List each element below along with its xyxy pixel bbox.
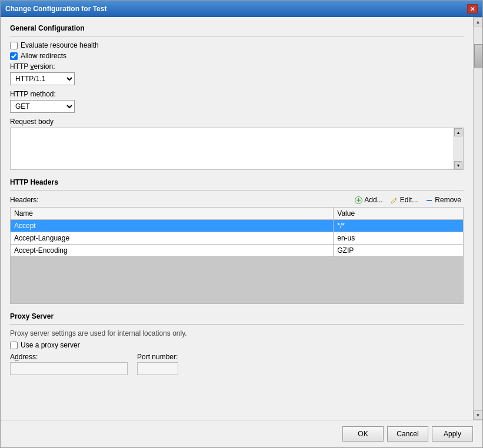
port-field-group: Port number: [137,353,178,375]
port-label: Port number: [137,353,178,361]
address-input[interactable] [10,362,128,375]
add-header-button[interactable]: Add... [352,195,385,205]
proxy-server-title: Proxy Server [10,312,464,320]
close-button[interactable]: ✕ [467,4,478,14]
http-headers-section: HTTP Headers Headers: [10,178,464,304]
section-divider-3 [10,324,464,325]
use-proxy-row: Use a proxy server [10,341,464,349]
allow-redirects-label[interactable]: Allow redirects [21,52,66,60]
http-method-select[interactable]: GET POST PUT DELETE HEAD OPTIONS [10,100,75,113]
evaluate-health-row: Evaluate resource health [10,41,464,49]
use-proxy-label[interactable]: Use a proxy server [21,341,80,349]
proxy-server-section: Proxy Server Proxy server settings are u… [10,312,464,375]
bottom-bar: OK Cancel Apply [1,420,482,447]
add-icon [354,196,362,204]
apply-button[interactable]: Apply [432,426,473,442]
address-field-group: Address: [10,353,128,375]
col-value-header: Value [334,208,464,220]
header-value-cell: en-us [334,232,464,245]
title-bar: Change Configuration for Test ✕ [1,1,482,17]
right-scrollbar: ▲ ▼ [473,17,482,420]
header-name-cell: Accept-Encoding [11,245,334,257]
header-name-cell: Accept-Language [11,232,334,245]
ok-button[interactable]: OK [342,426,384,442]
http-version-row: HTTP version: HTTP/1.1 HTTP/1.0 HTTP/2 [10,62,464,85]
evaluate-health-label[interactable]: Evaluate resource health [21,41,99,49]
edit-header-label: Edit... [400,196,418,204]
table-row[interactable]: Accept */* [11,220,464,232]
http-method-row: HTTP method: GET POST PUT DELETE HEAD OP… [10,90,464,113]
remove-header-button[interactable]: Remove [422,195,464,205]
dialog-title: Change Configuration for Test [5,5,106,13]
request-body-scrollbar: ▲ ▼ [454,128,463,169]
cancel-button[interactable]: Cancel [387,426,428,442]
section-divider-1 [10,36,464,36]
general-config-title: General Configuration [10,24,464,32]
scroll-up-btn[interactable]: ▲ [454,128,462,136]
request-body-label: Request body [10,118,464,126]
remove-icon [425,196,433,204]
header-name-cell: Accept [11,220,334,232]
table-row[interactable]: Accept-Encoding GZIP [11,245,464,257]
request-body-container: ▲ ▼ [10,128,464,170]
section-divider-2 [10,190,464,190]
svg-rect-4 [427,200,432,201]
allow-redirects-row: Allow redirects [10,52,464,60]
scrollbar-up-button[interactable]: ▲ [474,17,483,26]
http-method-label: HTTP method: [10,90,464,98]
scroll-down-btn[interactable]: ▼ [454,161,462,169]
scrollbar-track[interactable] [474,26,482,410]
proxy-address-row: Address: Port number: [10,353,464,375]
allow-redirects-checkbox[interactable] [10,52,18,60]
address-label: Address: [10,353,128,361]
main-scroll-area: General Configuration Evaluate resource … [1,17,473,420]
edit-icon [390,196,398,204]
http-version-label: HTTP version: [10,62,464,71]
empty-row-cell [11,257,464,304]
headers-table-header-row: Name Value [11,208,464,220]
request-body-row: Request body ▲ ▼ [10,118,464,170]
use-proxy-checkbox[interactable] [10,342,18,349]
table-row-empty [11,257,464,304]
general-config-section: General Configuration Evaluate resource … [10,24,464,170]
scrollbar-down-button[interactable]: ▼ [474,410,483,420]
dialog-content: General Configuration Evaluate resource … [1,17,482,420]
remove-header-label: Remove [435,196,461,204]
header-value-cell: */* [334,220,464,232]
scrollbar-thumb[interactable] [474,44,482,68]
dialog-window: Change Configuration for Test ✕ General … [0,0,483,448]
header-value-cell: GZIP [334,245,464,257]
evaluate-health-checkbox[interactable] [10,42,18,49]
table-row[interactable]: Accept-Language en-us [11,232,464,245]
http-version-select[interactable]: HTTP/1.1 HTTP/1.0 HTTP/2 [10,72,75,85]
address-label-text: Address: [10,353,38,361]
col-name-header: Name [11,208,334,220]
http-headers-title: HTTP Headers [10,178,464,186]
add-header-label: Add... [364,196,382,204]
headers-label: Headers: [10,196,39,204]
headers-toolbar: Headers: Add... [10,195,464,205]
headers-table: Name Value Accept */* Accept-Language en… [10,207,464,304]
headers-buttons: Add... Edit... [352,195,464,205]
proxy-description: Proxy server settings are used for inter… [10,329,464,337]
edit-header-button[interactable]: Edit... [388,195,421,205]
scroll-track [454,136,463,161]
request-body-input[interactable] [11,128,454,169]
port-input[interactable] [137,362,178,375]
